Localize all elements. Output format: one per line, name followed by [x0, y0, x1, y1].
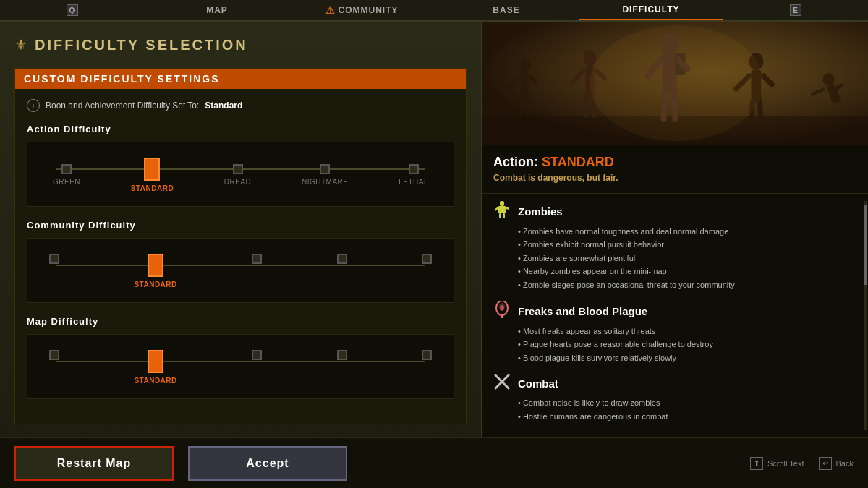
- nav-label-map: Map: [206, 5, 228, 15]
- game-image: [482, 22, 868, 145]
- right-panel: Action: STANDARD Combat is dangerous, bu…: [481, 22, 868, 437]
- zombie-bullet-1: Zombies have normal toughness and deal n…: [518, 226, 856, 237]
- svg-rect-38: [503, 213, 505, 218]
- notch-dread[interactable]: Dread: [224, 164, 252, 186]
- svg-point-28: [823, 73, 835, 86]
- top-navigation: Q Map ⚠ Community Base Difficulty E: [0, 0, 868, 22]
- zombie-icon: [493, 201, 511, 222]
- comm-notch-box-standard: [148, 254, 163, 277]
- hint-back: ↩ Back: [819, 457, 854, 470]
- back-key-icon: ↩: [819, 457, 832, 470]
- category-freaks-title: Freaks and Blood Plague: [518, 305, 647, 317]
- comm-notch-label-standard: Standard: [134, 281, 176, 288]
- scroll-track: [864, 201, 867, 430]
- page-header: ⚜ DIFFICULTY SELECTION: [14, 36, 467, 53]
- comm-notch-standard[interactable]: Standard: [134, 254, 176, 288]
- hint-scroll: ⬆ Scroll Text: [750, 457, 804, 470]
- nav-key-q: Q: [67, 4, 78, 16]
- settings-title: CUSTOM DIFFICULTY SETTINGS: [15, 69, 466, 89]
- category-zombies: Zombies Zombies have normal toughness an…: [493, 201, 856, 291]
- category-freaks-bullets: Most freaks appear as solitary threats P…: [493, 326, 856, 364]
- svg-point-3: [519, 58, 531, 72]
- community-difficulty-label: Community Difficulty: [27, 220, 454, 231]
- svg-point-9: [584, 50, 597, 66]
- bottom-buttons: Restart Map Accept: [14, 446, 347, 481]
- zombie-bullet-3: Zombies are somewhat plentiful: [518, 253, 856, 264]
- nav-key-e: E: [790, 4, 801, 16]
- freak-bullet-2: Plague hearts pose a reasonable challeng…: [518, 339, 856, 350]
- category-freaks: Freaks and Blood Plague Most freaks appe…: [493, 301, 856, 364]
- freak-icon: [493, 301, 511, 322]
- map-difficulty-slider-container[interactable]: Standard: [27, 334, 454, 399]
- action-difficulty-slider-container[interactable]: Green Standard Dread: [27, 142, 454, 207]
- restart-map-button[interactable]: Restart Map: [14, 446, 174, 481]
- notch-lethal[interactable]: Lethal: [399, 164, 428, 186]
- svg-line-13: [586, 95, 587, 116]
- scroll-key-icon: ⬆: [750, 457, 763, 470]
- combat-bullet-1: Combat noise is likely to draw zombies: [518, 398, 856, 408]
- map-notch-green[interactable]: [49, 350, 59, 385]
- svg-line-35: [495, 207, 498, 210]
- svg-rect-33: [500, 201, 504, 206]
- category-zombies-title: Zombies: [518, 205, 563, 218]
- notch-label-nightmare: Nightmare: [302, 178, 349, 186]
- action-subtitle: Combat is dangerous, but fair.: [493, 173, 856, 183]
- nav-item-base[interactable]: Base: [434, 0, 579, 20]
- comm-notch-box-green: [49, 254, 59, 264]
- svg-point-32: [590, 25, 764, 141]
- nav-item-map[interactable]: Map: [145, 0, 289, 20]
- comm-notch-green[interactable]: [49, 254, 59, 288]
- notch-label-dread: Dread: [224, 178, 252, 186]
- comm-notch-nightmare[interactable]: [337, 254, 347, 288]
- nav-label-difficulty: Difficulty: [622, 4, 679, 14]
- accept-button[interactable]: Accept: [188, 446, 347, 481]
- zombie-bullet-4: Nearby zombies appear on the mini-map: [518, 266, 856, 277]
- map-notch-dread[interactable]: [252, 350, 262, 385]
- svg-line-27: [760, 103, 762, 125]
- nav-item-difficulty[interactable]: Difficulty: [579, 0, 723, 20]
- settings-box: CUSTOM DIFFICULTY SETTINGS i Boon and Ac…: [14, 68, 467, 424]
- notch-box-standard: [144, 158, 160, 181]
- action-difficulty-label: Action Difficulty: [27, 124, 454, 134]
- info-section: Action: STANDARD Combat is dangerous, bu…: [482, 145, 868, 194]
- comm-notch-lethal[interactable]: [422, 254, 432, 288]
- notch-nightmare[interactable]: Nightmare: [302, 164, 349, 186]
- notch-label-lethal: Lethal: [399, 178, 428, 186]
- nav-item-community[interactable]: ⚠ Community: [289, 0, 434, 20]
- notch-box-green: [61, 164, 72, 174]
- svg-line-36: [506, 207, 509, 209]
- page-title: DIFFICULTY SELECTION: [35, 37, 248, 53]
- comm-notch-dread[interactable]: [252, 254, 262, 288]
- community-difficulty-slider-container[interactable]: Standard: [27, 238, 454, 303]
- nav-item-q[interactable]: Q: [0, 0, 145, 20]
- freak-bullet-1: Most freaks appear as solitary threats: [518, 326, 856, 337]
- notch-label-green: Green: [53, 178, 80, 186]
- map-notch-standard[interactable]: Standard: [134, 350, 176, 385]
- action-difficulty-name: STANDARD: [542, 155, 614, 169]
- map-difficulty-section: Map Difficulty Standard: [27, 316, 454, 399]
- category-combat-title: Combat: [518, 377, 558, 390]
- nav-label-community: Community: [339, 5, 399, 15]
- svg-rect-37: [499, 213, 501, 218]
- map-notch-nightmare[interactable]: [337, 350, 347, 385]
- back-hint-label: Back: [836, 459, 854, 468]
- action-prefix: Action:: [493, 155, 538, 169]
- action-title: Action: STANDARD: [493, 155, 856, 170]
- svg-rect-4: [522, 72, 529, 98]
- nav-item-e[interactable]: E: [723, 0, 868, 20]
- action-difficulty-section: Action Difficulty Green: [27, 124, 454, 207]
- bottom-hints: ⬆ Scroll Text ↩ Back: [750, 457, 854, 470]
- zombie-bullet-5: Zombie sieges pose an occasional threat …: [518, 280, 856, 291]
- nav-label-base: Base: [493, 5, 519, 15]
- notch-standard[interactable]: Standard: [131, 158, 174, 192]
- category-combat-bullets: Combat noise is likely to draw zombies H…: [493, 398, 856, 422]
- scroll-hint-label: Scroll Text: [767, 459, 804, 468]
- notch-green[interactable]: Green: [53, 164, 80, 186]
- svg-line-8: [527, 98, 529, 116]
- bottom-bar: Restart Map Accept ⬆ Scroll Text ↩ Back: [0, 437, 868, 488]
- info-bar: i Boon and Achievement Difficulty Set To…: [27, 99, 454, 112]
- detail-section: Zombies Zombies have normal toughness an…: [482, 194, 868, 437]
- category-zombies-bullets: Zombies have normal toughness and deal n…: [493, 226, 856, 291]
- map-notch-lethal[interactable]: [422, 350, 432, 385]
- category-combat: Combat Combat noise is likely to draw zo…: [493, 374, 856, 422]
